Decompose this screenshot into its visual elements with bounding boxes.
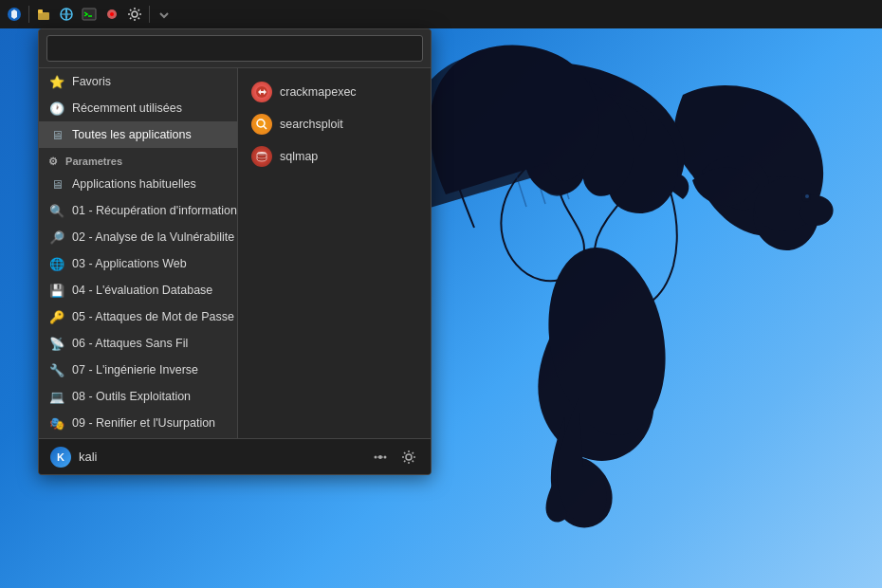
- app-sqlmap[interactable]: sqlmap: [238, 140, 431, 173]
- menu-body: ⭐ Favoris 🕐 Récemment utilisées 🖥 Toutes…: [39, 68, 431, 438]
- taskbar-sep-2: [149, 6, 150, 23]
- toutes-label: Toutes les applications: [72, 128, 192, 141]
- left-panel: ⭐ Favoris 🕐 Récemment utilisées 🖥 Toutes…: [39, 68, 238, 438]
- footer-user: K kali: [50, 447, 98, 468]
- search-bar-container: [39, 29, 431, 68]
- right-panel: crackmapexec searchsploit: [238, 68, 431, 438]
- menu-cat08[interactable]: 💻 08 - Outils Exploitation: [39, 383, 237, 410]
- svg-rect-6: [38, 12, 49, 20]
- search-input[interactable]: [46, 35, 423, 62]
- svg-point-3: [805, 194, 809, 198]
- menu-cat07[interactable]: 🔧 07 - L'ingénierie Inverse: [39, 357, 237, 383]
- recemment-icon: 🕐: [48, 100, 65, 117]
- cat03-label: 03 - Applications Web: [72, 257, 187, 270]
- taskbar-settings-icon[interactable]: [124, 4, 145, 25]
- kali-dragon: [379, 38, 835, 531]
- menu-toutes[interactable]: 🖥 Toutes les applications: [39, 121, 237, 148]
- svg-point-16: [378, 455, 382, 459]
- menu-recemment[interactable]: 🕐 Récemment utilisées: [39, 95, 237, 121]
- svg-point-13: [257, 119, 265, 127]
- cat05-label: 05 - Attaques de Mot de Passe: [72, 310, 234, 323]
- app-menu: ⭐ Favoris 🕐 Récemment utilisées 🖥 Toutes…: [38, 28, 432, 475]
- sqlmap-icon: [251, 146, 272, 167]
- cat05-icon: 🔑: [48, 308, 65, 325]
- menu-cat05[interactable]: 🔑 05 - Attaques de Mot de Passe: [39, 303, 237, 330]
- recemment-label: Récemment utilisées: [72, 101, 182, 115]
- cat02-label: 02 - Analyse de la Vulnérabilite: [72, 230, 234, 244]
- cat03-icon: 🌐: [48, 255, 65, 272]
- cat06-icon: 📡: [48, 335, 65, 352]
- menu-favoris[interactable]: ⭐ Favoris: [39, 68, 237, 95]
- taskbar-more-icon[interactable]: [154, 4, 175, 25]
- cat09-icon: 🎭: [48, 414, 65, 432]
- svg-line-14: [264, 126, 266, 129]
- crackmapexec-label: crackmapexec: [280, 85, 357, 99]
- menu-cat01[interactable]: 🔍 01 - Récupération d'informations: [39, 197, 237, 224]
- taskbar-paint-icon[interactable]: [101, 4, 122, 25]
- cat01-icon: 🔍: [48, 202, 65, 219]
- searchsploit-icon: [251, 114, 272, 135]
- toutes-icon: 🖥: [48, 126, 65, 143]
- kali-menu-button[interactable]: [4, 4, 25, 25]
- footer-actions: [370, 447, 419, 468]
- sqlmap-label: sqlmap: [280, 150, 318, 163]
- username-label: kali: [79, 450, 98, 464]
- cat09-label: 09 - Renifier et l'Usurpation: [72, 416, 215, 430]
- habituelles-icon: 🖥: [48, 175, 65, 193]
- menu-cat10[interactable]: 🔒 10 - Maintien de l'Accès: [39, 436, 237, 438]
- menu-habituelles[interactable]: 🖥 Applications habituelles: [39, 171, 237, 197]
- crackmapexec-icon: [251, 82, 272, 102]
- menu-cat04[interactable]: 💾 04 - L'évaluation Database: [39, 277, 237, 303]
- taskbar-sep-1: [28, 6, 29, 23]
- habituelles-label: Applications habituelles: [72, 177, 196, 191]
- user-avatar: K: [50, 447, 71, 468]
- cat08-label: 08 - Outils Exploitation: [72, 390, 191, 403]
- footer-settings-button[interactable]: [398, 447, 419, 468]
- cat04-icon: 💾: [48, 282, 65, 299]
- cat08-icon: 💻: [48, 388, 65, 405]
- svg-point-21: [406, 454, 412, 460]
- taskbar: [0, 0, 882, 28]
- cat06-label: 06 - Attaques Sans Fil: [72, 337, 188, 350]
- parametres-header: ⚙ Parametres: [39, 150, 237, 171]
- cat07-icon: 🔧: [48, 361, 65, 378]
- cat04-label: 04 - L'évaluation Database: [72, 284, 212, 297]
- menu-cat02[interactable]: 🔎 02 - Analyse de la Vulnérabilite: [39, 224, 237, 250]
- menu-cat03[interactable]: 🌐 03 - Applications Web: [39, 250, 237, 277]
- footer-network-button[interactable]: [370, 447, 391, 468]
- app-crackmapexec[interactable]: crackmapexec: [238, 76, 431, 108]
- app-searchsploit[interactable]: searchsploit: [238, 108, 431, 140]
- taskbar-terminal-icon[interactable]: [79, 4, 100, 25]
- svg-rect-8: [83, 9, 96, 20]
- cat02-icon: 🔎: [48, 229, 65, 246]
- parametres-icon: ⚙: [48, 156, 58, 167]
- favoris-icon: ⭐: [48, 73, 65, 90]
- cat01-label: 01 - Récupération d'informations: [72, 204, 237, 217]
- searchsploit-label: searchsploit: [280, 118, 343, 131]
- menu-footer: K kali: [39, 438, 431, 474]
- taskbar-files-icon[interactable]: [33, 4, 54, 25]
- favoris-label: Favoris: [72, 75, 111, 88]
- svg-point-18: [384, 455, 387, 458]
- cat07-label: 07 - L'ingénierie Inverse: [72, 363, 198, 377]
- svg-point-17: [375, 455, 377, 458]
- taskbar-browser-icon[interactable]: [56, 4, 77, 25]
- svg-point-11: [110, 12, 114, 16]
- menu-cat09[interactable]: 🎭 09 - Renifier et l'Usurpation: [39, 410, 237, 436]
- menu-cat06[interactable]: 📡 06 - Attaques Sans Fil: [39, 330, 237, 357]
